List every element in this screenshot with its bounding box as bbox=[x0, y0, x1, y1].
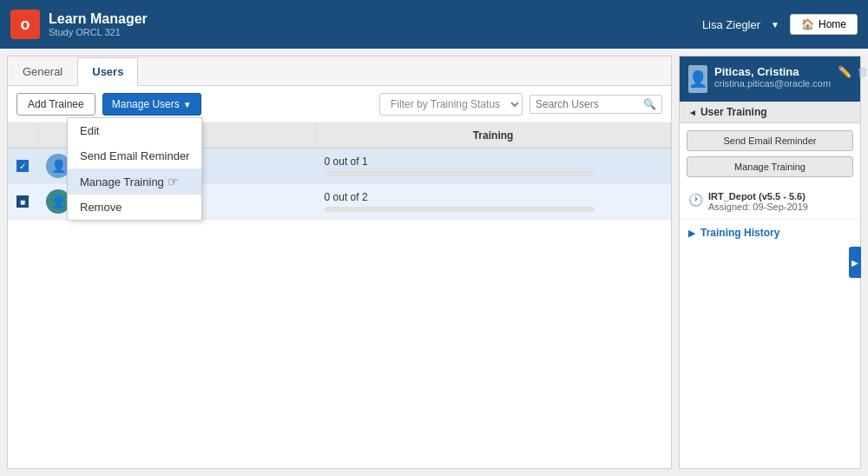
manage-training-button[interactable]: Manage Training bbox=[687, 156, 853, 177]
training-history-section[interactable]: ▶ Training History bbox=[680, 220, 860, 246]
training-history-label: Training History bbox=[700, 227, 779, 239]
col-training: Training bbox=[316, 123, 671, 149]
progress-bar-container bbox=[325, 171, 595, 176]
toolbar: Add Trainee Manage Users ▼ Edit Send Ema… bbox=[8, 86, 671, 123]
send-email-reminder-button[interactable]: Send Email Reminder bbox=[687, 130, 853, 151]
user-full-name: Piticas, Cristina bbox=[714, 65, 831, 78]
delete-icon[interactable]: 🗑 bbox=[857, 65, 868, 78]
search-box: 🔍 bbox=[529, 95, 662, 114]
cursor-icon: ☞ bbox=[168, 175, 179, 188]
manage-users-button[interactable]: Manage Users ▼ bbox=[102, 93, 201, 116]
left-panel: General Users Add Trainee Manage Users ▼… bbox=[7, 56, 672, 469]
expand-panel-button[interactable]: ▶ bbox=[849, 247, 861, 278]
user-icon: 👤 bbox=[51, 195, 66, 208]
app-header: o Learn Manager Study ORCL 321 Lisa Zieg… bbox=[0, 0, 868, 49]
dropdown-item-send-email[interactable]: Send Email Reminder bbox=[68, 143, 201, 169]
manage-users-label: Manage Users bbox=[112, 98, 180, 110]
checkbox-checked-icon[interactable]: ✓ bbox=[16, 160, 29, 172]
search-icon: 🔍 bbox=[643, 98, 656, 110]
training-info: IRT_Depot (v5.5 - 5.6) Assigned: 09-Sep-… bbox=[708, 191, 808, 212]
edit-icon[interactable]: ✏️ bbox=[838, 65, 852, 78]
header-right: Lisa Ziegler ▼ 🏠 Home bbox=[702, 14, 858, 35]
dropdown-item-edit[interactable]: Edit bbox=[68, 118, 201, 143]
user-avatar: 👤 bbox=[688, 65, 707, 93]
filter-training-status[interactable]: Filter by Training Status bbox=[379, 93, 523, 116]
user-icon: 👤 bbox=[51, 159, 66, 173]
chevron-right-icon: ▶ bbox=[852, 258, 858, 268]
row-checkbox[interactable]: ✓ bbox=[8, 149, 37, 184]
collapse-arrow-icon: ◄ bbox=[688, 108, 697, 117]
add-trainee-button[interactable]: Add Trainee bbox=[16, 93, 95, 116]
tab-users[interactable]: Users bbox=[77, 57, 138, 86]
row-training-status: 0 out of 1 bbox=[316, 149, 671, 184]
user-training-section-title: ◄ User Training bbox=[680, 102, 860, 123]
home-icon: 🏠 bbox=[801, 18, 814, 30]
tab-bar: General Users bbox=[8, 56, 671, 86]
tab-general[interactable]: General bbox=[8, 57, 77, 86]
dropdown-item-manage-training[interactable]: Manage Training ☞ bbox=[68, 169, 201, 195]
right-panel: 👤 Piticas, Cristina cristina.piticas@ora… bbox=[679, 56, 861, 469]
logo-letter: o bbox=[21, 16, 30, 34]
study-name: Study ORCL 321 bbox=[49, 27, 148, 37]
expand-arrow-icon: ▶ bbox=[688, 228, 695, 239]
training-date: Assigned: 09-Sep-2019 bbox=[708, 202, 808, 212]
main-area: General Users Add Trainee Manage Users ▼… bbox=[0, 49, 868, 476]
clock-icon: 🕐 bbox=[688, 193, 703, 207]
dropdown-caret-icon: ▼ bbox=[183, 100, 192, 109]
chevron-down-icon: ▼ bbox=[771, 20, 779, 30]
checkbox-square-icon[interactable]: ■ bbox=[16, 195, 29, 208]
header-icons: ✏️ 🗑 bbox=[838, 65, 868, 78]
header-title: Learn Manager Study ORCL 321 bbox=[49, 11, 148, 37]
header-left: o Learn Manager Study ORCL 321 bbox=[10, 10, 148, 39]
col-checkbox bbox=[8, 123, 37, 149]
training-name: IRT_Depot (v5.5 - 5.6) bbox=[708, 191, 808, 202]
dropdown-item-remove[interactable]: Remove bbox=[68, 195, 201, 220]
logged-in-user: Lisa Ziegler bbox=[702, 18, 760, 31]
home-label: Home bbox=[819, 18, 846, 30]
right-actions: Send Email Reminder Manage Training bbox=[680, 123, 860, 184]
person-icon: 👤 bbox=[688, 69, 707, 89]
manage-users-dropdown: Edit Send Email Reminder Manage Training… bbox=[67, 117, 202, 221]
row-training-status: 0 out of 2 bbox=[316, 184, 671, 220]
search-input[interactable] bbox=[536, 98, 640, 110]
row-checkbox[interactable]: ■ bbox=[8, 184, 37, 220]
user-info: Piticas, Cristina cristina.piticas@oracl… bbox=[714, 65, 831, 89]
training-item: 🕐 IRT_Depot (v5.5 - 5.6) Assigned: 09-Se… bbox=[680, 184, 860, 220]
app-name: Learn Manager bbox=[49, 11, 148, 27]
user-email: cristina.piticas@oracle.com bbox=[714, 78, 831, 89]
progress-bar-container bbox=[325, 207, 595, 212]
home-button[interactable]: 🏠 Home bbox=[790, 14, 858, 35]
user-header: 👤 Piticas, Cristina cristina.piticas@ora… bbox=[680, 56, 860, 102]
app-logo: o bbox=[10, 10, 40, 39]
